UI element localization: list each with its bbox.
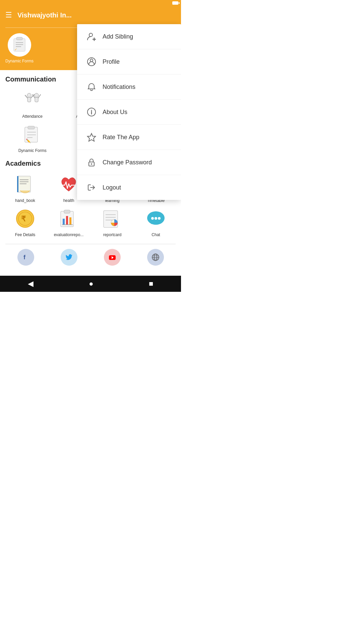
dropdown-menu: Add Sibling Profile Notifications bbox=[77, 24, 181, 200]
social-footer: f bbox=[5, 244, 176, 270]
menu-about-us[interactable]: About Us bbox=[77, 100, 181, 125]
svg-marker-8 bbox=[87, 133, 96, 141]
menu-rate-app[interactable]: Rate The App bbox=[77, 125, 181, 150]
svg-rect-23 bbox=[35, 97, 38, 102]
menu-about-us-label: About Us bbox=[103, 109, 127, 116]
menu-change-password[interactable]: Change Password bbox=[77, 150, 181, 175]
header-title: Vishwajyothi In... bbox=[17, 11, 72, 19]
menu-change-password-label: Change Password bbox=[103, 159, 152, 166]
svg-rect-31 bbox=[28, 126, 35, 129]
menu-add-sibling-label: Add Sibling bbox=[103, 33, 133, 40]
avatar-label: Dynamic Forms bbox=[5, 59, 34, 63]
acad-item-evaluation-report[interactable]: evaluationrepo... bbox=[49, 207, 88, 237]
svg-point-94 bbox=[155, 217, 157, 220]
menu-logout-label: Logout bbox=[103, 184, 121, 191]
svg-rect-13 bbox=[16, 37, 22, 40]
notifications-icon bbox=[85, 80, 98, 93]
status-bar bbox=[0, 0, 181, 6]
svg-point-95 bbox=[158, 217, 161, 220]
rate-app-icon bbox=[85, 131, 98, 144]
menu-notifications-label: Notifications bbox=[103, 84, 135, 91]
svg-text:✏️: ✏️ bbox=[26, 138, 31, 143]
health-label: health bbox=[63, 198, 74, 203]
menu-add-sibling[interactable]: Add Sibling bbox=[77, 24, 181, 49]
recents-button[interactable]: ■ bbox=[149, 279, 153, 288]
youtube-icon bbox=[104, 249, 121, 266]
app-header: ☰ Vishwajyothi In... bbox=[0, 6, 181, 24]
avatar: ✓ bbox=[8, 33, 31, 57]
website-icon bbox=[147, 249, 164, 266]
svg-text:✓: ✓ bbox=[14, 48, 17, 51]
svg-point-18 bbox=[27, 93, 31, 97]
facebook-icon: f bbox=[17, 249, 34, 266]
comm-item-attendance[interactable]: Attendance bbox=[5, 89, 59, 119]
svg-point-0 bbox=[89, 33, 93, 37]
twitter-icon bbox=[61, 249, 77, 266]
handbook-label: hand_book bbox=[15, 198, 35, 203]
battery-icon bbox=[172, 1, 178, 5]
attendance-icon bbox=[21, 89, 44, 112]
dynamic-forms-icon: ✏️ bbox=[21, 123, 44, 146]
svg-rect-85 bbox=[69, 217, 71, 225]
svg-point-93 bbox=[151, 217, 154, 220]
svg-point-22 bbox=[35, 93, 39, 97]
facebook-social[interactable]: f bbox=[5, 249, 46, 266]
menu-logout[interactable]: Logout bbox=[77, 175, 181, 200]
acad-item-handbook[interactable]: hand_book bbox=[5, 173, 45, 203]
acad-item-fee-details[interactable]: ₹ Fee Details bbox=[5, 207, 45, 237]
menu-profile[interactable]: Profile bbox=[77, 49, 181, 74]
about-us-icon bbox=[85, 106, 98, 118]
avatar-container: ✓ Dynamic Forms bbox=[5, 33, 34, 63]
svg-point-4 bbox=[90, 59, 93, 62]
evaluation-report-label: evaluationrepo... bbox=[54, 232, 84, 237]
comm-item-dynamic-forms[interactable]: ✏️ Dynamic Forms bbox=[5, 123, 59, 153]
logout-icon bbox=[85, 181, 98, 194]
add-sibling-icon bbox=[85, 30, 98, 43]
profile-icon bbox=[85, 55, 98, 68]
nav-bar: ◀ ● ■ bbox=[0, 276, 181, 292]
menu-rate-app-label: Rate The App bbox=[103, 134, 139, 141]
fee-details-icon: ₹ bbox=[13, 207, 37, 230]
menu-profile-label: Profile bbox=[103, 58, 120, 65]
chat-icon bbox=[144, 207, 168, 230]
reportcard-icon bbox=[101, 207, 124, 230]
website-social[interactable] bbox=[135, 249, 176, 266]
fee-details-label: Fee Details bbox=[15, 232, 36, 237]
hamburger-button[interactable]: ☰ bbox=[5, 11, 12, 19]
svg-rect-84 bbox=[66, 216, 68, 225]
evaluation-report-icon bbox=[57, 207, 80, 230]
home-button[interactable]: ● bbox=[89, 279, 93, 288]
acad-item-reportcard[interactable]: reportcard bbox=[93, 207, 132, 237]
svg-rect-82 bbox=[64, 210, 70, 213]
chat-label: Chat bbox=[152, 232, 160, 237]
twitter-social[interactable] bbox=[49, 249, 89, 266]
youtube-social[interactable] bbox=[92, 249, 132, 266]
menu-notifications[interactable]: Notifications bbox=[77, 74, 181, 100]
svg-rect-19 bbox=[27, 97, 31, 102]
svg-text:₹: ₹ bbox=[21, 215, 26, 223]
svg-rect-50 bbox=[18, 176, 31, 192]
attendance-label: Attendance bbox=[22, 114, 43, 119]
change-password-icon bbox=[85, 156, 98, 169]
svg-text:f: f bbox=[23, 254, 26, 261]
svg-point-10 bbox=[91, 163, 92, 165]
svg-rect-83 bbox=[63, 219, 65, 225]
acad-item-chat[interactable]: Chat bbox=[136, 207, 176, 237]
dynamic-forms-label: Dynamic Forms bbox=[18, 148, 47, 153]
svg-point-7 bbox=[91, 110, 92, 111]
back-button[interactable]: ◀ bbox=[28, 279, 34, 288]
reportcard-label: reportcard bbox=[103, 232, 122, 237]
handbook-icon bbox=[13, 173, 37, 196]
